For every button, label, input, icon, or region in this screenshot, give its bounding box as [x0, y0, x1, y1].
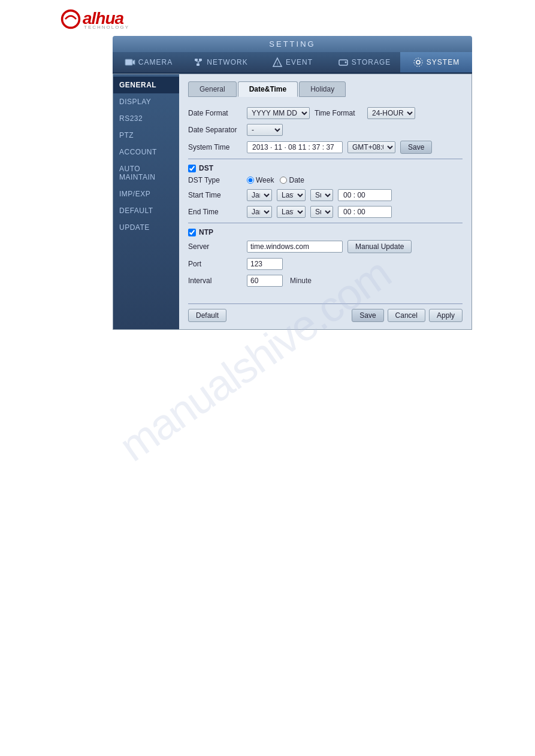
storage-icon — [338, 57, 349, 68]
date-separator-label: Date Separator — [188, 126, 242, 134]
date-format-select[interactable]: YYYY MM DD — [247, 107, 310, 119]
nav-camera-label: CAMERA — [138, 58, 173, 66]
footer-buttons: Default Save Cancel Apply — [188, 303, 463, 322]
ntp-checkbox[interactable] — [188, 229, 196, 236]
system-time-row: System Time 2013 · 11 · 08 11 : 37 : 37 … — [188, 141, 463, 154]
manual-update-button[interactable]: Manual Update — [347, 240, 412, 253]
date-separator-row: Date Separator - — [188, 124, 463, 136]
date-format-label: Date Format — [188, 109, 242, 117]
tab-datetime[interactable]: Date&Time — [238, 81, 298, 97]
nav-network-label: NETWORK — [207, 58, 247, 66]
system-time-display: 2013 · 11 · 08 11 : 37 : 37 — [247, 141, 343, 153]
time-format-label: Time Format — [315, 109, 362, 117]
port-row: Port — [188, 258, 463, 270]
sidebar-item-imp-exp[interactable]: IMP/EXP — [113, 186, 179, 202]
nav-storage-label: STORAGE — [352, 58, 391, 66]
svg-text:!: ! — [277, 61, 279, 66]
ntp-checkbox-row: NTP — [188, 228, 463, 236]
date-separator-select[interactable]: - — [247, 124, 283, 136]
port-label: Port — [188, 260, 242, 268]
nav-item-network[interactable]: NETWORK — [185, 52, 256, 72]
dst-week-option: Week — [247, 176, 274, 184]
network-icon — [193, 57, 204, 68]
dst-label: DST — [199, 164, 213, 172]
port-input[interactable] — [247, 258, 283, 270]
nav-item-storage[interactable]: STORAGE — [328, 52, 400, 72]
content-area: GENERAL DISPLAY RS232 PTZ ACCOUNT AUTO M… — [113, 74, 472, 330]
nav-item-event[interactable]: ! EVENT — [256, 52, 328, 72]
apply-button[interactable]: Apply — [429, 309, 463, 322]
server-label: Server — [188, 242, 242, 251]
save-time-button[interactable]: Save — [400, 141, 432, 154]
sidebar-item-display[interactable]: DISPLAY — [113, 93, 179, 110]
dst-week-label: Week — [256, 176, 274, 184]
sidebar-item-general[interactable]: GENERAL — [113, 77, 179, 93]
start-time-label: Start Time — [188, 191, 242, 199]
system-time-label: System Time — [188, 143, 242, 151]
dst-week-radio[interactable] — [247, 177, 254, 184]
nav-item-camera[interactable]: CAMERA — [113, 52, 185, 72]
form-section: Date Format YYYY MM DD Time Format 24-HO… — [188, 104, 463, 294]
svg-line-9 — [198, 61, 201, 62]
server-row: Server Manual Update — [188, 240, 463, 253]
interval-unit: Minute — [290, 277, 312, 285]
default-button[interactable]: Default — [188, 309, 226, 322]
sidebar-item-default[interactable]: DEFAULT — [113, 202, 179, 219]
dst-checkbox[interactable] — [188, 165, 196, 172]
tab-general[interactable]: General — [188, 81, 237, 97]
divider-1 — [188, 159, 463, 159]
ntp-label: NTP — [199, 228, 213, 236]
tabs: General Date&Time Holiday — [188, 81, 463, 97]
interval-row: Interval Minute — [188, 275, 463, 287]
start-month-select[interactable]: Jan — [247, 189, 272, 201]
tab-holiday[interactable]: Holiday — [299, 81, 346, 97]
nav-system-label: SYSTEM — [427, 58, 460, 66]
svg-rect-2 — [125, 59, 132, 65]
end-time-row: End Time Jan Last Su 00 : 00 — [188, 206, 463, 218]
nav-item-system[interactable]: SYSTEM — [400, 52, 472, 72]
nav-event-label: EVENT — [286, 58, 313, 66]
svg-point-15 — [414, 58, 422, 66]
interval-input[interactable] — [247, 275, 283, 287]
svg-point-13 — [344, 62, 346, 63]
end-week-select[interactable]: Last — [277, 206, 306, 218]
logo-subtext: TECHNOLOGY — [84, 25, 129, 30]
svg-rect-5 — [199, 59, 202, 61]
svg-point-14 — [416, 60, 420, 64]
panel: General Date&Time Holiday Date Format YY… — [179, 74, 471, 329]
dst-checkbox-row: DST — [188, 164, 463, 172]
svg-rect-4 — [195, 59, 198, 61]
dst-date-option: Date — [280, 176, 304, 184]
main-container: SETTING CAMERA NETWORK ! — [113, 36, 472, 330]
end-time-label: End Time — [188, 208, 242, 216]
start-week-select[interactable]: Last — [277, 189, 306, 201]
svg-marker-3 — [132, 60, 135, 65]
dst-date-radio[interactable] — [280, 177, 287, 184]
interval-label: Interval — [188, 277, 242, 285]
sidebar-item-ptz[interactable]: PTZ — [113, 127, 179, 144]
cancel-button[interactable]: Cancel — [388, 309, 425, 322]
end-hour-display: 00 : 00 — [338, 206, 392, 218]
dst-type-label: DST Type — [188, 176, 242, 184]
server-input[interactable] — [247, 241, 343, 253]
end-day-select[interactable]: Su — [310, 206, 333, 218]
sidebar-item-update[interactable]: UPDATE — [113, 219, 179, 236]
sidebar-item-auto-maintain[interactable]: AUTO MAINTAIN — [113, 160, 179, 186]
sidebar-item-account[interactable]: ACCOUNT — [113, 144, 179, 160]
time-format-select[interactable]: 24-HOUR — [367, 107, 415, 119]
sidebar: GENERAL DISPLAY RS232 PTZ ACCOUNT AUTO M… — [113, 74, 179, 329]
system-icon — [413, 57, 424, 68]
svg-rect-6 — [197, 63, 200, 66]
dst-type-radio-group: Week Date — [247, 176, 304, 184]
save-button[interactable]: Save — [352, 309, 383, 322]
timezone-select[interactable]: GMT+08:00 — [347, 141, 395, 153]
nav-bar: CAMERA NETWORK ! EVENT — [113, 52, 472, 74]
start-day-select[interactable]: Su — [310, 189, 333, 201]
end-month-select[interactable]: Jan — [247, 206, 272, 218]
logo-icon — [60, 8, 81, 30]
sidebar-item-rs232[interactable]: RS232 — [113, 110, 179, 127]
start-hour-display: 00 : 00 — [338, 189, 392, 201]
dst-date-label: Date — [289, 176, 304, 184]
start-time-row: Start Time Jan Last Su 00 : 00 — [188, 189, 463, 201]
date-format-row: Date Format YYYY MM DD Time Format 24-HO… — [188, 107, 463, 119]
